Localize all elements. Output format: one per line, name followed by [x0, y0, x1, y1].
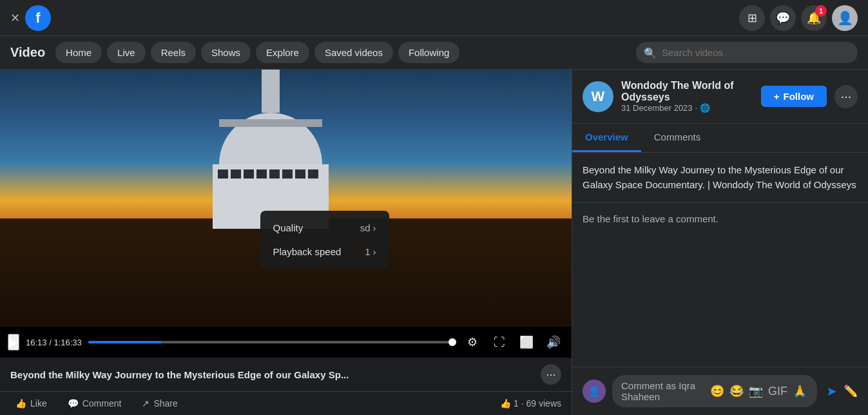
- video-description: Beyond the Milky Way Journey to the Myst…: [572, 153, 868, 203]
- playback-speed-option[interactable]: Playback speed 1 ›: [260, 240, 389, 264]
- channel-header: W Wondody The World of Odysseys 31 Decem…: [572, 70, 868, 124]
- nav-explore[interactable]: Explore: [256, 42, 309, 63]
- emoji-camera[interactable]: 📷: [747, 384, 764, 398]
- theater-icon: ⬜: [519, 335, 534, 349]
- window: [282, 169, 293, 179]
- nav-following[interactable]: Following: [398, 42, 459, 63]
- comment-icon: 💬: [68, 398, 79, 409]
- quality-option[interactable]: Quality sd ›: [260, 216, 389, 240]
- fullscreen-icon: ⛶: [494, 336, 505, 349]
- notifications-icon-button[interactable]: 🔔 1: [801, 5, 827, 31]
- window: [256, 169, 267, 179]
- send-comment-button[interactable]: ➤: [826, 383, 837, 399]
- video-area[interactable]: Quality sd › Playback speed 1 ›: [0, 70, 572, 327]
- window: [269, 169, 280, 179]
- comment-button[interactable]: 💬 Comment: [63, 396, 127, 411]
- share-button[interactable]: ↗ Share: [137, 396, 182, 411]
- edit-icon: ✏️: [844, 385, 858, 398]
- window: [308, 169, 318, 179]
- dot-separator: ·: [695, 103, 698, 113]
- progress-fill: [88, 341, 162, 343]
- edit-button[interactable]: ✏️: [844, 384, 858, 398]
- comment-placeholder: Comment as Iqra Shaheen: [621, 380, 709, 402]
- volume-icon: 🔊: [546, 335, 561, 349]
- settings-icon: ⚙: [467, 335, 477, 349]
- nav-shows[interactable]: Shows: [201, 42, 251, 63]
- reactions-bar: 👍 Like 💬 Comment ↗ Share 👍 1 · 69 views: [0, 391, 572, 415]
- window: [231, 169, 241, 179]
- view-count: 👍 1 · 69 views: [500, 398, 561, 409]
- progress-bar[interactable]: [88, 341, 456, 343]
- nav-reels[interactable]: Reels: [151, 42, 196, 63]
- playback-speed-value: 1 ›: [365, 246, 376, 257]
- video-panel: Quality sd › Playback speed 1 › ▶: [0, 70, 572, 415]
- tab-overview[interactable]: Overview: [572, 124, 641, 152]
- emoji-row: 😊 😂 📷 GIF 🙏: [709, 384, 808, 398]
- video-thumbnail: [0, 70, 572, 327]
- nav-home[interactable]: Home: [55, 42, 102, 63]
- topbar: ✕ f ⊞ 💬 🔔 1 👤: [0, 0, 868, 36]
- dome-stripe: [219, 119, 322, 127]
- user-avatar[interactable]: 👤: [832, 5, 858, 31]
- channel-avatar-icon: W: [592, 88, 605, 105]
- close-icon[interactable]: ✕: [10, 11, 20, 25]
- playback-speed-label: Playback speed: [273, 246, 342, 257]
- video-title-bar: Beyond the Milky Way Journey to the Myst…: [0, 358, 572, 391]
- messenger-icon-button[interactable]: 💬: [770, 5, 796, 31]
- quality-value: sd ›: [360, 222, 376, 233]
- building-windows: [213, 164, 329, 184]
- quality-label: Quality: [273, 222, 304, 233]
- observatory-building: [200, 70, 342, 229]
- notification-badge: 1: [815, 5, 827, 17]
- fb-logo[interactable]: f: [25, 5, 51, 31]
- nav-live[interactable]: Live: [107, 42, 146, 63]
- emoji-smiley[interactable]: 😊: [709, 384, 726, 398]
- page-title: Video: [10, 45, 45, 60]
- comment-label: Comment: [82, 398, 122, 409]
- chevron-right-icon: ›: [373, 222, 376, 233]
- follow-plus-icon: +: [774, 91, 780, 102]
- theater-mode-button[interactable]: ⬜: [516, 332, 537, 352]
- share-icon: ↗: [142, 398, 149, 409]
- messenger-icon: 💬: [776, 11, 790, 25]
- fullscreen-button[interactable]: ⛶: [489, 332, 510, 352]
- window: [218, 169, 228, 179]
- play-button[interactable]: ▶: [8, 334, 19, 351]
- emoji-sticker[interactable]: 🙏: [791, 384, 808, 398]
- like-button[interactable]: 👍 Like: [10, 396, 52, 411]
- commenter-avatar: 👤: [583, 380, 606, 403]
- video-controls-bar: ▶ 16:13 / 1:16:33 ⚙ ⛶ ⬜ 🔊: [0, 327, 572, 358]
- navbar: Video Home Live Reels Shows Explore Save…: [0, 36, 868, 70]
- window: [244, 169, 254, 179]
- no-comments-text: Be the first to leave a comment.: [583, 213, 719, 224]
- like-label: Like: [30, 398, 47, 409]
- nav-saved-videos[interactable]: Saved videos: [314, 42, 393, 63]
- follow-button[interactable]: + Follow: [761, 86, 827, 107]
- more-options-button[interactable]: ···: [541, 364, 561, 385]
- observatory-dome: [219, 113, 322, 164]
- window: [295, 169, 305, 179]
- main-layout: Quality sd › Playback speed 1 › ▶: [0, 70, 868, 415]
- topbar-right: ⊞ 💬 🔔 1 👤: [739, 5, 858, 31]
- channel-avatar[interactable]: W: [583, 81, 613, 112]
- channel-options-button[interactable]: ···: [834, 85, 858, 108]
- channel-info: Wondody The World of Odysseys 31 Decembe…: [621, 80, 753, 113]
- search-container: 🔍: [636, 42, 858, 63]
- emoji-gif[interactable]: GIF: [767, 384, 789, 398]
- topbar-left: ✕ f: [10, 5, 51, 31]
- like-icon: 👍: [15, 398, 26, 409]
- grid-icon-button[interactable]: ⊞: [739, 5, 765, 31]
- comment-input-area: 👤 Comment as Iqra Shaheen 😊 😂 📷 GIF 🙏 ➤ …: [572, 367, 868, 415]
- search-input[interactable]: [636, 42, 858, 63]
- time-display: 16:13 / 1:16:33: [26, 338, 82, 347]
- settings-icon-button[interactable]: ⚙: [462, 332, 483, 352]
- volume-button[interactable]: 🔊: [543, 332, 564, 352]
- right-panel: W Wondody The World of Odysseys 31 Decem…: [572, 70, 868, 415]
- emoji-laugh[interactable]: 😂: [728, 384, 745, 398]
- send-icon: ➤: [826, 384, 837, 398]
- comment-input-wrapper[interactable]: Comment as Iqra Shaheen 😊 😂 📷 GIF 🙏: [612, 375, 817, 407]
- observatory-tower: [262, 70, 280, 113]
- description-text: Beyond the Milky Way Journey to the Myst…: [583, 163, 858, 192]
- tab-comments[interactable]: Comments: [641, 124, 714, 152]
- globe-icon: 🌐: [700, 103, 710, 113]
